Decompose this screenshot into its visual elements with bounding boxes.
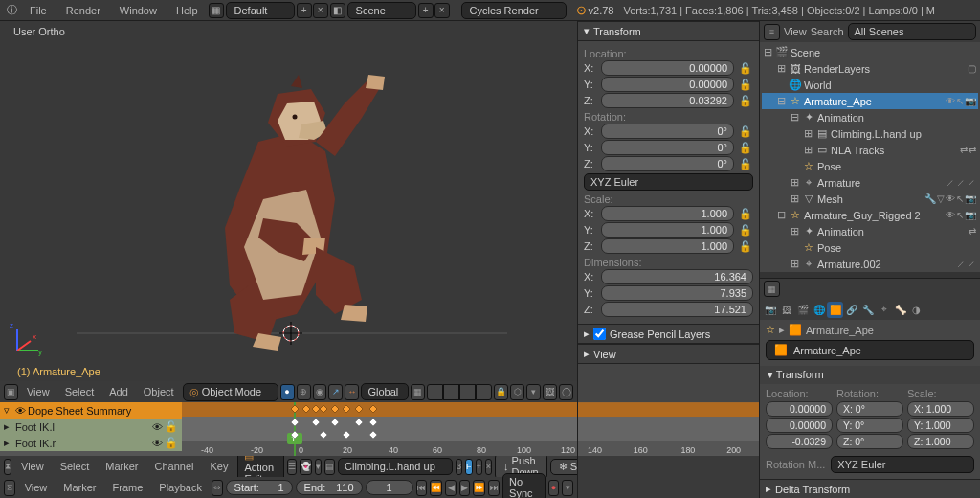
tab-bone-icon[interactable]: 🦴 — [892, 302, 908, 318]
cursor-icon[interactable]: ↖ — [956, 96, 964, 106]
lock-icon[interactable]: 🔓 — [738, 238, 753, 254]
outliner-item[interactable]: Mesh — [817, 193, 919, 205]
dopesheet-extend[interactable]: 140160180200 — [578, 402, 759, 456]
scale-z-field[interactable]: 1.000 — [601, 238, 734, 254]
bone-icon[interactable]: ⟋ — [956, 177, 966, 188]
v3d-menu-object[interactable]: Object — [137, 386, 181, 397]
view-panel-header[interactable]: ▸View — [578, 344, 759, 364]
pivot-icon[interactable]: ⊕ — [297, 384, 311, 400]
tab-scene-icon[interactable]: 🎬 — [794, 302, 811, 318]
ae-menu-view[interactable]: View — [14, 461, 51, 472]
lock-icon[interactable]: 🔓 — [738, 156, 753, 171]
add-layout-button[interactable]: + — [297, 3, 312, 18]
eye-icon[interactable]: 👁 — [946, 193, 955, 204]
mute-icon[interactable]: 👁 — [152, 421, 163, 433]
prop-scale-z[interactable]: Z: 1.000 — [907, 434, 974, 449]
editor-type-icon[interactable]: ⧗ — [4, 459, 11, 475]
dopesheet-tracks[interactable]: 1 — [182, 402, 577, 456]
outliner-item[interactable]: Pose — [817, 161, 976, 172]
prop-rot-y[interactable]: Y: 0° — [836, 418, 903, 433]
expand-icon[interactable]: ⊞ — [791, 192, 800, 205]
lock-icon[interactable]: 🔓 — [165, 420, 178, 433]
loc-y-field[interactable]: 0.00000 — [601, 77, 734, 92]
v3d-menu-view[interactable]: View — [20, 386, 56, 397]
expand-icon[interactable]: ▸ — [4, 437, 13, 449]
tab-render-icon[interactable]: 📷 — [762, 302, 778, 318]
layer-button[interactable] — [459, 384, 476, 400]
lock-icon[interactable]: 🔓 — [165, 437, 178, 449]
render-icon[interactable]: 📷 — [965, 193, 976, 204]
sync-dropdown[interactable]: No Sync — [502, 473, 546, 498]
scene-dropdown[interactable]: Scene — [347, 2, 416, 19]
mod-icon[interactable]: ▽ — [937, 193, 945, 204]
expand-icon[interactable]: ⊟ — [777, 95, 787, 107]
bone-icon[interactable]: ⟋ — [946, 177, 955, 188]
fake-user-toggle[interactable]: F — [465, 459, 473, 475]
tab-data-icon[interactable]: ⌖ — [876, 302, 892, 318]
lock-icon[interactable]: 🔓 — [738, 222, 753, 238]
lock-icon[interactable]: 🔓 — [738, 206, 753, 221]
lock-icon[interactable]: 🔓 — [738, 124, 753, 139]
expand-icon[interactable]: ⊞ — [791, 225, 800, 238]
expand-icon[interactable]: ⊟ — [791, 111, 800, 124]
lock-icon[interactable]: 🔓 — [738, 60, 753, 76]
layers-icon[interactable]: ▦ — [411, 384, 425, 400]
expand-icon[interactable]: ⊞ — [791, 258, 800, 270]
dim-x-field[interactable]: 16.364 — [601, 269, 753, 284]
tl-menu-playback[interactable]: Playback — [152, 482, 209, 493]
outliner-item[interactable]: RenderLayers — [804, 63, 962, 75]
prop-loc-x[interactable]: 0.00000 — [766, 401, 833, 417]
menu-window[interactable]: Window — [111, 5, 166, 16]
nla-toggle-icon[interactable]: ⇄ — [960, 145, 968, 155]
outliner-menu-search[interactable]: Search — [811, 26, 844, 37]
restrict-icon[interactable]: ▢ — [968, 63, 976, 74]
lock-camera-icon[interactable]: 🔒 — [494, 384, 508, 400]
expand-icon[interactable]: ▿ — [4, 404, 13, 417]
outliner-item[interactable]: Scene — [791, 47, 976, 58]
dim-y-field[interactable]: 7.935 — [601, 285, 753, 301]
prop-scale-y[interactable]: Y: 1.000 — [907, 418, 974, 433]
outliner-item[interactable]: NLA Tracks — [831, 145, 954, 156]
editor-type-icon[interactable]: ≡ — [764, 24, 780, 40]
play-reverse-icon[interactable]: ◀ — [445, 480, 457, 496]
expand-icon[interactable]: ⊟ — [777, 209, 787, 221]
summary-toggle-icon[interactable]: ☰ — [287, 459, 297, 475]
delta-transform-header[interactable]: ▸Delta Transform — [760, 479, 980, 498]
transform-panel-header[interactable]: ▾Transform — [578, 21, 759, 41]
3d-viewport[interactable]: User Ortho — [0, 21, 577, 381]
screen-layout-dropdown[interactable]: Default — [226, 2, 295, 19]
keying-set-icon[interactable]: ▾ — [562, 480, 573, 496]
outliner-item[interactable]: Armature_Ape — [804, 96, 940, 107]
bone-icon[interactable]: ⟋ — [967, 259, 976, 269]
play-icon[interactable]: ▶ — [459, 480, 471, 496]
screen-browse-icon[interactable]: ▦ — [209, 3, 224, 18]
expand-icon[interactable]: ⊞ — [804, 144, 813, 156]
del-scene-button[interactable]: × — [434, 3, 450, 18]
outliner-item[interactable]: Animation — [817, 226, 963, 238]
editor-type-icon[interactable]: ⧖ — [4, 480, 15, 496]
outliner-item[interactable]: Pose — [817, 242, 976, 254]
outliner-tree[interactable]: ⊟🎬Scene ⊞🖼RenderLayers▢ 🌐World ⊟☆Armatur… — [760, 42, 980, 272]
del-layout-button[interactable]: × — [313, 3, 328, 18]
ae-menu-select[interactable]: Select — [54, 461, 97, 472]
lock-icon[interactable]: 🔓 — [738, 93, 753, 108]
action-browse-icon[interactable]: ▤ — [324, 459, 335, 475]
editor-type-icon[interactable]: ▦ — [764, 281, 780, 297]
action-dropdown[interactable]: Climbing.L.hand up — [338, 458, 453, 475]
prop-scale-x[interactable]: X: 1.000 — [907, 401, 974, 417]
render-preview-icon[interactable]: 🖼 — [543, 384, 557, 400]
unlink-action-button[interactable]: × — [485, 459, 492, 475]
next-key-icon[interactable]: ⏩ — [473, 480, 485, 496]
outliner-item[interactable]: Climbing.L.hand up — [831, 128, 976, 140]
snap-icon[interactable]: ⬡ — [510, 384, 524, 400]
bone-icon[interactable]: ⟋ — [956, 259, 966, 269]
loc-z-field[interactable]: -0.03292 — [601, 93, 734, 108]
eye-icon[interactable]: 👁 — [946, 96, 955, 106]
ae-menu-channel[interactable]: Channel — [147, 461, 200, 472]
prop-rotmode-dropdown[interactable]: XYZ Euler — [831, 456, 974, 473]
prop-rot-x[interactable]: X: 0° — [836, 401, 903, 417]
add-scene-button[interactable]: + — [418, 3, 434, 18]
orientation-dropdown[interactable]: Global — [361, 383, 409, 400]
prop-transform-header[interactable]: ▾ Transform — [760, 366, 980, 384]
nla-toggle-icon[interactable]: ⇄ — [969, 145, 976, 155]
